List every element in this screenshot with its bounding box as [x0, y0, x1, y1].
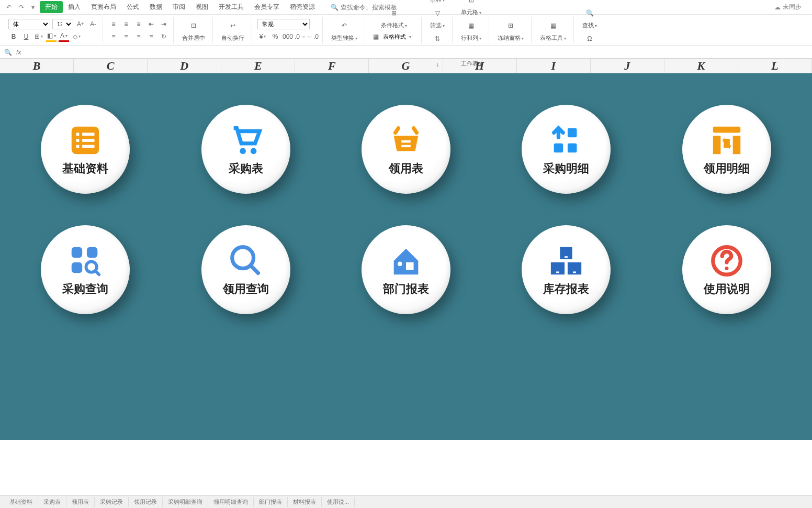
- col-header[interactable]: E: [221, 59, 295, 73]
- cart-icon: [225, 122, 267, 159]
- tab-data[interactable]: 数据: [144, 1, 167, 14]
- redo-icon[interactable]: ↷: [17, 3, 26, 12]
- decimal-dec-icon[interactable]: ←.0: [308, 31, 318, 42]
- bubble-purchase[interactable]: 采购表: [201, 105, 290, 194]
- orientation-icon[interactable]: ↻: [159, 31, 169, 42]
- border-icon[interactable]: ⊞▾: [33, 31, 44, 42]
- wrap-group: ↩ 自动换行: [214, 17, 252, 43]
- bubble-purchase-detail[interactable]: 采购明细: [522, 105, 611, 194]
- svg-rect-5: [76, 145, 80, 148]
- bubble-receive[interactable]: 领用表: [362, 105, 450, 194]
- bubble-help[interactable]: 使用说明: [682, 225, 771, 314]
- font-size-select[interactable]: 12: [52, 19, 73, 29]
- main-tabs: 开始 插入 页面布局 公式 数据 审阅 视图 开发工具 会员专享 稻壳资源 🔍: [40, 0, 419, 15]
- tab-review[interactable]: 审阅: [167, 1, 190, 14]
- font-decrease-icon[interactable]: A-: [88, 19, 98, 29]
- bubble-dept-report[interactable]: 部门报表: [362, 225, 450, 314]
- columns-icon: [706, 122, 748, 159]
- indent-increase-icon[interactable]: ⇥: [159, 19, 169, 29]
- tab-formula[interactable]: 公式: [121, 1, 144, 14]
- undo-icon[interactable]: ↶: [4, 3, 14, 12]
- filter-icon: ▽: [430, 6, 445, 20]
- align-left-icon[interactable]: ≡: [108, 31, 119, 42]
- table-tool-icon: ▦: [546, 18, 560, 33]
- formula-input[interactable]: [25, 46, 808, 58]
- font-name-select[interactable]: 体: [8, 19, 50, 29]
- filter-button[interactable]: ▽筛选▾: [427, 5, 448, 30]
- bubble-receive-query[interactable]: 领用查询: [201, 225, 290, 314]
- align-bottom-icon[interactable]: ≡: [133, 19, 144, 29]
- sort-icon: ⇅: [430, 31, 445, 46]
- align-top-icon[interactable]: ≡: [108, 19, 119, 29]
- col-header[interactable]: C: [74, 59, 148, 73]
- cell-icon: ⊡: [464, 0, 479, 7]
- svg-point-7: [240, 148, 246, 154]
- cond-format-icon: ⊞: [387, 6, 401, 20]
- magnify-icon: [225, 242, 267, 279]
- col-header[interactable]: H: [443, 59, 517, 73]
- bubble-receive-detail[interactable]: 领用明细: [682, 105, 771, 194]
- tab-resource[interactable]: 稻壳资源: [285, 1, 320, 14]
- eraser-icon[interactable]: ◇▾: [71, 31, 82, 42]
- bubble-purchase-query[interactable]: 采购查询: [41, 225, 130, 314]
- merge-button[interactable]: ⊡ 合并居中: [179, 17, 208, 43]
- svg-rect-19: [72, 262, 82, 273]
- percent-icon[interactable]: %: [270, 31, 280, 42]
- col-header[interactable]: G: [369, 59, 443, 73]
- type-convert-button[interactable]: ↶ 类型转换▾: [328, 17, 360, 43]
- qat-dropdown-icon[interactable]: ▾: [29, 3, 37, 12]
- svg-point-8: [250, 148, 256, 154]
- col-header[interactable]: K: [664, 59, 738, 73]
- font-increase-icon[interactable]: A+: [75, 19, 86, 29]
- fx-icon[interactable]: fx: [16, 49, 21, 56]
- currency-icon[interactable]: ¥▾: [257, 31, 268, 42]
- table-tool-button[interactable]: ▦表格工具▾: [537, 17, 569, 43]
- apps-search-icon: [64, 242, 106, 279]
- sum-button[interactable]: Σ求和▾: [427, 0, 448, 5]
- align-middle-icon[interactable]: ≡: [121, 19, 131, 29]
- list-icon: [64, 122, 106, 159]
- svg-rect-27: [556, 271, 559, 273]
- number-format-select[interactable]: 常规: [257, 19, 310, 29]
- decimal-inc-icon[interactable]: .0→: [295, 31, 306, 42]
- tab-view[interactable]: 视图: [190, 1, 213, 14]
- col-header[interactable]: L: [738, 59, 812, 73]
- svg-rect-13: [568, 143, 577, 153]
- tab-layout[interactable]: 页面布局: [86, 1, 121, 14]
- svg-rect-10: [401, 145, 411, 147]
- cell-button[interactable]: ⊡单元格▾: [458, 0, 484, 17]
- omega-icon: Ω: [582, 31, 597, 46]
- align-center-icon[interactable]: ≡: [121, 31, 131, 42]
- col-header[interactable]: F: [295, 59, 369, 73]
- rowcol-button[interactable]: ▦行和列▾: [458, 17, 484, 43]
- align-justify-icon[interactable]: ≡: [146, 31, 156, 42]
- bubble-basic-data[interactable]: 基础资料: [41, 105, 130, 194]
- svg-rect-23: [406, 262, 414, 270]
- col-header[interactable]: J: [591, 59, 664, 73]
- tab-start[interactable]: 开始: [40, 1, 63, 13]
- bubble-stock-report[interactable]: 库存报表: [522, 225, 611, 314]
- sync-status[interactable]: ☁ 未同步: [774, 3, 808, 12]
- col-header[interactable]: I: [517, 59, 591, 73]
- sync-label: 未同步: [783, 3, 802, 12]
- fill-color-icon[interactable]: ◧▾: [46, 31, 57, 42]
- wrap-button[interactable]: ↩ 自动换行: [218, 17, 247, 43]
- underline-icon[interactable]: U: [21, 31, 31, 42]
- col-header[interactable]: D: [148, 59, 221, 73]
- cond-format-button[interactable]: ⊞ 条件格式▾: [370, 5, 417, 30]
- sheet-content: 基础资料 采购表 领用表 采购明细 领用明细 采购查询 领用查询: [0, 73, 812, 440]
- freeze-button[interactable]: ⊞冻结窗格▾: [494, 17, 527, 43]
- tab-vip[interactable]: 会员专享: [249, 1, 285, 14]
- font-color-icon[interactable]: A▾: [59, 31, 69, 42]
- find-button[interactable]: 🔍查找▾: [579, 5, 600, 30]
- bold-icon[interactable]: B: [8, 31, 19, 42]
- align-right-icon[interactable]: ≡: [133, 31, 144, 42]
- name-box-search-icon[interactable]: 🔍: [4, 49, 12, 56]
- col-header[interactable]: B: [0, 59, 74, 73]
- merge-group: ⊡ 合并居中: [175, 17, 213, 43]
- table-style-icon[interactable]: ▦: [370, 31, 381, 42]
- tab-dev[interactable]: 开发工具: [213, 1, 249, 14]
- tab-insert[interactable]: 插入: [63, 1, 86, 14]
- comma-icon[interactable]: 000: [283, 31, 293, 42]
- indent-decrease-icon[interactable]: ⇤: [146, 19, 156, 29]
